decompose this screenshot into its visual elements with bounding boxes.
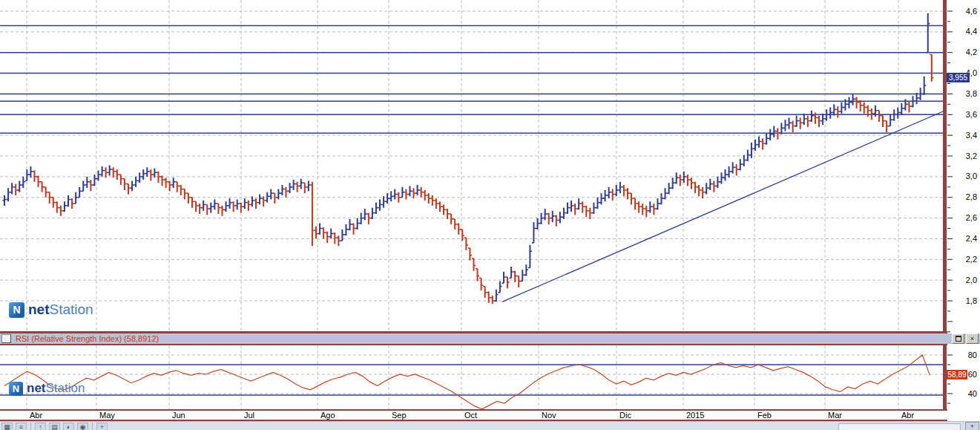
month-label: 2015: [686, 411, 704, 420]
month-label: May: [99, 411, 115, 420]
new-window-icon[interactable]: ▤: [49, 423, 60, 430]
restore-icon: [956, 336, 961, 342]
rsi-close-button[interactable]: ×: [966, 333, 979, 344]
month-label: Mar: [828, 411, 842, 420]
rsi-restore-button[interactable]: [952, 333, 964, 344]
month-label: Abr: [30, 411, 42, 420]
netstation-logo: N netStation: [9, 302, 93, 318]
rsi-value-tag: 58,89: [947, 370, 967, 379]
close-icon: ×: [970, 335, 974, 342]
netstation-logo-text: netStation: [27, 381, 85, 396]
zoom-in-icon[interactable]: ◉: [77, 423, 88, 430]
rsi-panel-title: RSI (Relative Strength Index) (58,8912): [16, 334, 159, 343]
chart-type-icon[interactable]: ▦: [1, 423, 13, 430]
annotate-arrow-icon[interactable]: ↑: [35, 423, 46, 430]
netstation-logo-icon: N: [9, 382, 23, 396]
month-label: Ago: [320, 411, 335, 420]
indicators-icon[interactable]: ≡: [16, 423, 27, 430]
month-label: Dic: [619, 411, 631, 420]
toolbar-separator: [92, 423, 93, 430]
month-label: Jun: [172, 411, 185, 420]
scrollbar-add-button[interactable]: +: [965, 422, 979, 430]
current-price-tag: 3,955: [947, 73, 970, 82]
month-label: Abr: [901, 411, 914, 420]
netstation-logo-text: netStation: [28, 302, 93, 318]
add-panel-icon[interactable]: +: [96, 423, 108, 430]
month-label: Jul: [244, 411, 254, 420]
chart-canvas[interactable]: [0, 0, 980, 430]
month-label: Oct: [464, 411, 477, 420]
month-label: Feb: [757, 411, 772, 420]
chart-right-border: [943, 0, 947, 421]
horizontal-scrollbar[interactable]: [838, 423, 961, 430]
rsi-top-border: [0, 344, 947, 345]
netstation-logo-icon: N: [9, 302, 24, 318]
rsi-panel-icon[interactable]: [1, 334, 11, 343]
month-label: Nov: [542, 411, 556, 420]
rsi-panel-header[interactable]: RSI (Relative Strength Index) (58,8912) …: [0, 333, 980, 344]
netstation-logo-rsi: N netStation: [9, 381, 85, 396]
month-label: Sep: [392, 411, 407, 420]
zoom-out-icon[interactable]: ◐: [63, 423, 74, 430]
date-axis: AbrMayJunJulAgoSepOctNovDic2015FebMarAbr: [0, 411, 947, 420]
toolbar-separator: [30, 423, 31, 430]
netstation-chart-window: 4,64,44,24,03,83,63,43,23,02,82,62,42,22…: [0, 0, 980, 430]
trendline[interactable]: [502, 111, 945, 302]
rsi-line: [4, 355, 930, 409]
bottom-toolbar: ▦≡↑▤◐◉+: [0, 421, 980, 430]
